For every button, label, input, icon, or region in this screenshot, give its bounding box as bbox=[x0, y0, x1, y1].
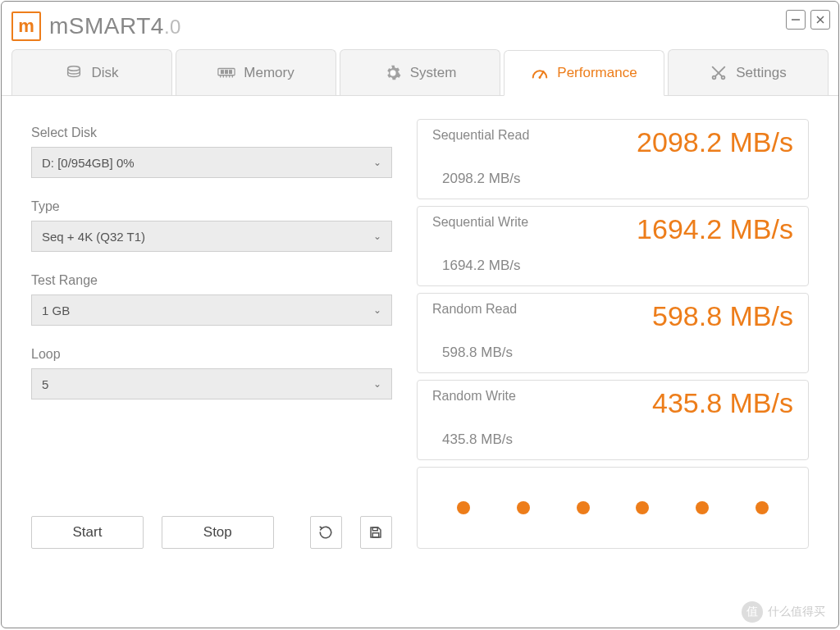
minimize-button[interactable] bbox=[786, 10, 806, 30]
chevron-down-icon: ⌄ bbox=[373, 304, 381, 316]
progress-dots-card bbox=[417, 467, 809, 549]
select-disk-value: D: [0/954GB] 0% bbox=[42, 156, 135, 170]
svg-point-19 bbox=[713, 75, 716, 79]
svg-point-13 bbox=[390, 71, 395, 75]
tab-disk[interactable]: Disk bbox=[11, 49, 172, 95]
action-row: Start Stop bbox=[31, 483, 392, 549]
result-seq-write: Sequential Write 1694.2 MB/s 1694.2 MB/s bbox=[417, 206, 809, 286]
progress-dot bbox=[696, 501, 709, 514]
save-icon bbox=[368, 525, 383, 540]
result-big: 598.8 MB/s bbox=[652, 300, 793, 332]
result-big: 1694.2 MB/s bbox=[637, 213, 793, 245]
svg-point-18 bbox=[722, 75, 725, 79]
chevron-down-icon: ⌄ bbox=[373, 231, 381, 242]
tab-system[interactable]: System bbox=[340, 49, 500, 95]
gear-icon bbox=[384, 64, 402, 82]
chevron-down-icon: ⌄ bbox=[373, 378, 381, 390]
type-value: Seq + 4K (Q32 T1) bbox=[42, 230, 145, 244]
app-logo-icon: m bbox=[11, 11, 41, 41]
progress-dot bbox=[636, 501, 649, 514]
titlebar: m mSMART4.0 bbox=[2, 2, 838, 44]
results-panel: Sequential Read 2098.2 MB/s 2098.2 MB/s … bbox=[417, 119, 809, 549]
result-small: 2098.2 MB/s bbox=[442, 171, 793, 187]
save-button[interactable] bbox=[360, 516, 392, 549]
settings-icon bbox=[710, 64, 728, 82]
tab-label: Disk bbox=[91, 65, 118, 81]
app-version-major: 4 bbox=[151, 13, 164, 39]
result-big: 2098.2 MB/s bbox=[637, 126, 793, 158]
start-button[interactable]: Start bbox=[31, 516, 144, 549]
controls-panel: Select Disk D: [0/954GB] 0% ⌄ Type Seq +… bbox=[31, 119, 392, 549]
result-rnd-write: Random Write 435.8 MB/s 435.8 MB/s bbox=[417, 380, 809, 460]
select-disk-dropdown[interactable]: D: [0/954GB] 0% ⌄ bbox=[31, 147, 392, 178]
window-controls bbox=[786, 10, 830, 30]
stop-label: Stop bbox=[203, 524, 232, 541]
range-label: Test Range bbox=[31, 273, 392, 288]
svg-rect-21 bbox=[373, 533, 380, 537]
progress-dot bbox=[457, 501, 470, 514]
app-name: mSMART bbox=[49, 13, 151, 39]
watermark-icon: 值 bbox=[742, 601, 763, 623]
progress-dot bbox=[517, 501, 530, 514]
loop-dropdown[interactable]: 5 ⌄ bbox=[31, 368, 392, 399]
result-small: 1694.2 MB/s bbox=[442, 258, 793, 274]
gauge-icon bbox=[531, 64, 549, 82]
tab-label: Memory bbox=[244, 65, 294, 81]
chevron-down-icon: ⌄ bbox=[373, 157, 381, 168]
progress-dot bbox=[577, 501, 590, 514]
tab-performance[interactable]: Performance bbox=[504, 50, 664, 96]
app-window: m mSMART4.0 Disk Memory bbox=[1, 1, 839, 628]
svg-point-3 bbox=[68, 66, 80, 71]
result-seq-read: Sequential Read 2098.2 MB/s 2098.2 MB/s bbox=[417, 119, 809, 199]
memory-icon bbox=[217, 64, 235, 82]
svg-rect-20 bbox=[373, 527, 378, 531]
type-label: Type bbox=[31, 199, 392, 214]
tab-memory[interactable]: Memory bbox=[176, 49, 336, 95]
range-dropdown[interactable]: 1 GB ⌄ bbox=[31, 294, 392, 326]
stop-button[interactable]: Stop bbox=[162, 516, 274, 549]
tab-label: System bbox=[410, 65, 457, 81]
type-dropdown[interactable]: Seq + 4K (Q32 T1) ⌄ bbox=[31, 221, 392, 252]
loop-label: Loop bbox=[31, 347, 392, 362]
start-label: Start bbox=[72, 524, 102, 541]
refresh-button[interactable] bbox=[310, 516, 342, 549]
tab-label: Performance bbox=[557, 65, 637, 81]
app-title: mSMART4.0 bbox=[49, 13, 181, 39]
result-rnd-read: Random Read 598.8 MB/s 598.8 MB/s bbox=[417, 293, 809, 373]
result-big: 435.8 MB/s bbox=[652, 387, 793, 419]
disk-icon bbox=[65, 64, 83, 82]
tab-settings[interactable]: Settings bbox=[668, 49, 829, 95]
tab-label: Settings bbox=[736, 65, 786, 81]
svg-rect-10 bbox=[221, 70, 224, 73]
progress-dot bbox=[756, 501, 769, 514]
loop-value: 5 bbox=[42, 377, 48, 391]
close-button[interactable] bbox=[810, 10, 830, 30]
watermark: 值 什么值得买 bbox=[742, 601, 825, 623]
svg-point-15 bbox=[539, 76, 541, 79]
app-version-minor: .0 bbox=[164, 16, 181, 38]
refresh-icon bbox=[318, 525, 333, 540]
range-value: 1 GB bbox=[42, 304, 70, 317]
svg-rect-12 bbox=[230, 70, 232, 73]
watermark-text: 什么值得买 bbox=[768, 605, 825, 619]
result-small: 598.8 MB/s bbox=[442, 345, 793, 361]
select-disk-label: Select Disk bbox=[31, 126, 392, 140]
content-area: Select Disk D: [0/954GB] 0% ⌄ Type Seq +… bbox=[2, 96, 838, 565]
svg-rect-11 bbox=[226, 70, 228, 73]
tab-bar: Disk Memory System Performance Settings bbox=[2, 44, 838, 96]
result-small: 435.8 MB/s bbox=[442, 431, 793, 448]
